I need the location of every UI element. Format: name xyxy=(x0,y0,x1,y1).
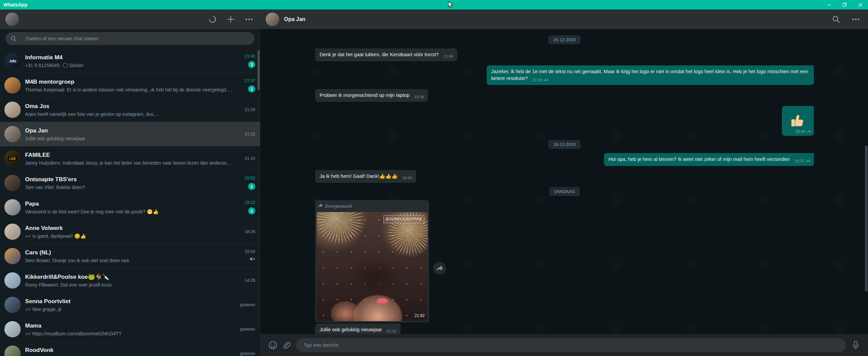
close-button[interactable] xyxy=(852,0,868,9)
forwarded-text: Doorgestuurd xyxy=(325,203,352,210)
chat-title[interactable]: Opa Jan xyxy=(284,16,305,22)
chat-list-item[interactable]: Kikkerdrill&Poolse koe🐸🐐🔪Romy Flikweert:… xyxy=(0,268,260,293)
new-chat-icon[interactable] xyxy=(227,15,235,23)
chat-list-item[interactable]: Ontsnapte TBS'ersTom van Vliet: Bakkie d… xyxy=(0,171,260,195)
photo-lips-decoration xyxy=(377,298,388,303)
chat-preview-text: Thomas Korperaal: Er is in andere klasse… xyxy=(25,87,232,92)
chat-time: 21:40 xyxy=(245,54,255,59)
read-ticks-icon: ✓✓ xyxy=(806,159,810,163)
search-in-chat-icon[interactable] xyxy=(832,15,840,23)
message-time: 18:50 xyxy=(402,174,412,181)
menu-icon[interactable] xyxy=(245,15,253,23)
image-caption-message[interactable]: Jullie ook gelukkig nieuwjaar21:32 xyxy=(315,323,401,334)
my-profile-avatar[interactable] xyxy=(5,13,19,26)
chat-list-item[interactable]: Mama✓✓https://myalbum.com/album/meii2NhZ… xyxy=(0,317,260,341)
chat-preview-text: Arjen heeft namelijk een foto van je gez… xyxy=(25,111,159,117)
microphone-icon[interactable] xyxy=(852,340,860,350)
message-history[interactable]: 15-12-2020Denk je dat het gaat lukken, d… xyxy=(260,29,868,334)
chat-avatar xyxy=(4,248,21,264)
chat-time: 15:00 xyxy=(245,249,255,254)
window-controls xyxy=(821,0,868,9)
search-input[interactable] xyxy=(25,36,249,42)
chat-time: 21:37 xyxy=(245,78,255,83)
chat-list-item[interactable]: Cars (NL)Sem Brown: Oranje zou ik ook ni… xyxy=(0,244,260,268)
attach-icon[interactable] xyxy=(283,341,290,349)
chat-preview: ✓✓Nee grapje, jk xyxy=(25,307,232,312)
message-text: Ja ik heb hem! Gaaf! Dank!👍👍👍 xyxy=(320,173,398,179)
date-chip: 15-12-2020 xyxy=(548,35,581,44)
chat-list-item[interactable]: .infoInformatie M4+31 6 81258045:Sticker… xyxy=(0,49,260,73)
search-bar xyxy=(0,29,260,49)
chat-list-item[interactable]: Opa JanJullie ook gelukkig nieuwjaar21:3… xyxy=(0,122,260,146)
chat-time: 20:52 xyxy=(245,176,255,181)
forwarded-icon xyxy=(318,203,323,210)
chat-preview: Jullie ook gelukkig nieuwjaar xyxy=(25,136,232,141)
chat-list-item[interactable]: PapaVanavond is de Mol weer! Doe je nog … xyxy=(0,195,260,219)
chat-preview: Janny Huijsdens: Inderdaad Jossy, je kan… xyxy=(25,160,232,166)
read-ticks-icon: ✓✓ xyxy=(544,78,548,82)
read-ticks-icon: ✓✓ xyxy=(807,129,811,134)
chat-preview-text: https://myalbum.com/album/meii2NhZi4TT xyxy=(32,331,121,336)
incoming-image-message[interactable]: Doorgestuurd@SENNXJOSEPHINE21:32 xyxy=(315,200,429,322)
incoming-message[interactable]: Ja ik heb hem! Gaaf! Dank!👍👍👍18:50 xyxy=(315,170,416,183)
whatsapp-window: WhatsApp xyxy=(0,0,868,356)
chat-name: M4B mentorgroep xyxy=(25,79,232,85)
incoming-message[interactable]: Denk je dat het gaat lukken, die Kerstka… xyxy=(315,48,457,61)
chat-time: 21:10 xyxy=(245,156,255,161)
forward-image-button[interactable] xyxy=(433,262,446,275)
message-input[interactable] xyxy=(296,338,846,352)
chat-menu-icon[interactable] xyxy=(852,15,860,23)
message-time: 21:59✓✓ xyxy=(532,77,548,83)
message-time: 23:38 xyxy=(414,93,424,100)
chat-list: .infoInformatie M4+31 6 81258045:Sticker… xyxy=(0,49,260,356)
chat-name: RoodVonk xyxy=(25,347,232,354)
sidebar-scrollbar[interactable] xyxy=(258,50,260,90)
sticker-icon xyxy=(63,63,67,67)
message-text: Probeer ik morgenochtend op mijn laptop xyxy=(320,92,409,98)
message-time: 21:45 xyxy=(443,53,453,60)
status-icon[interactable] xyxy=(208,15,217,23)
chat-preview-text: Nee grapje, jk xyxy=(32,307,61,312)
minimize-button[interactable] xyxy=(821,0,837,9)
chat-avatar xyxy=(4,175,21,191)
chat-avatar: .info xyxy=(4,53,21,69)
chat-list-item[interactable]: M4B mentorgroepThomas Korperaal: Er is i… xyxy=(0,73,260,98)
unread-badge: 3 xyxy=(248,61,255,68)
chat-list-item[interactable]: RoodVonkOma Jos: Helaas geen 6 miljoen p… xyxy=(0,341,260,356)
chat-list-item[interactable]: Oma JosArjen heeft namelijk een foto van… xyxy=(0,98,260,122)
unread-badge: 1 xyxy=(248,85,255,92)
message-text: Jullie ook gelukkig nieuwjaar xyxy=(320,327,382,332)
conversation-pane: Opa Jan 15-12-2020Denk je dat het gaat l… xyxy=(260,9,868,356)
chat-avatar xyxy=(4,126,21,142)
chat-name: FAMILEE xyxy=(25,152,232,159)
emoji-icon[interactable] xyxy=(268,341,277,350)
chat-name: Kikkerdrill&Poolse koe🐸🐐🔪 xyxy=(25,273,232,280)
chat-list-item[interactable]: Senna Poortvliet✓✓Nee grapje, jkgisteren xyxy=(0,293,260,317)
photo-time: 21:32 xyxy=(415,312,425,319)
outgoing-message[interactable]: Hoi opa, heb je hem al binnen? Ik weet n… xyxy=(604,153,814,166)
chat-avatar xyxy=(4,297,21,313)
chat-preview: ✓✓https://myalbum.com/album/meii2NhZi4TT xyxy=(25,331,232,336)
chat-preview: ✓✓Is goed, dankjewel! 😊👍 xyxy=(25,233,232,239)
restore-button[interactable] xyxy=(837,0,852,9)
chat-list-item[interactable]: Anne Volwerk✓✓Is goed, dankjewel! 😊👍18:2… xyxy=(0,219,260,244)
outgoing-sticker-message[interactable]: 23:42✓✓ xyxy=(782,106,814,136)
incoming-message[interactable]: Probeer ik morgenochtend op mijn laptop2… xyxy=(315,89,428,102)
chat-time: 19:22 xyxy=(245,200,255,205)
chat-avatar xyxy=(4,199,21,215)
chat-name: Opa Jan xyxy=(25,127,232,134)
chat-list-item[interactable]: LEEFAMILEEJanny Huijsdens: Inderdaad Jos… xyxy=(0,146,260,171)
window-title: WhatsApp xyxy=(0,2,27,7)
chat-preview-text: Romy Flikweert: Dat ene over jezelf enzo xyxy=(25,282,112,288)
titlebar: WhatsApp xyxy=(0,0,868,9)
chat-avatar[interactable] xyxy=(266,13,279,26)
read-ticks-icon: ✓✓ xyxy=(25,233,30,239)
read-ticks-icon: ✓✓ xyxy=(25,331,30,336)
chat-time: gisteren xyxy=(240,302,255,307)
message-photo[interactable]: @SENNXJOSEPHINE21:32 xyxy=(317,212,428,321)
chat-preview-text: Tom van Vliet: Bakkie doen? xyxy=(25,185,85,190)
chat-preview: +31 6 81258045:Sticker xyxy=(25,63,232,68)
outgoing-message[interactable]: Jazeker, ik heb de 1e met de tekst nu ne… xyxy=(487,65,814,85)
forwarded-label: Doorgestuurd xyxy=(317,202,428,212)
messages-scrollbar[interactable] xyxy=(865,146,868,291)
